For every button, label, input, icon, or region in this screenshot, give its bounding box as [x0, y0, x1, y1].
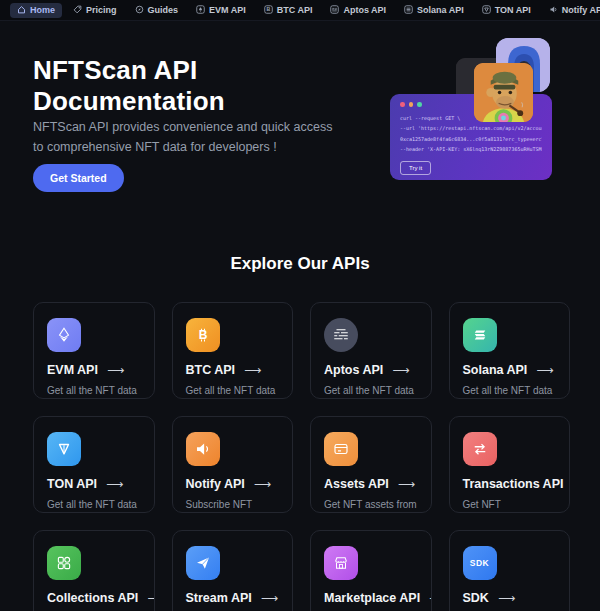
- card-assets-api[interactable]: Assets API⟶ Get NFT assets from multiple…: [310, 416, 432, 513]
- card-transactions-api[interactable]: Transactions API⟶ Get NFT transactions f…: [449, 416, 571, 513]
- card-notify-api[interactable]: Notify API⟶ Subscribe NFT activities fro…: [172, 416, 294, 513]
- nav-item-solana-api[interactable]: Solana API: [397, 3, 471, 18]
- ton-badge-icon: [482, 5, 491, 16]
- hero-subtitle: NFTScan API provides convenience and qui…: [33, 117, 332, 157]
- card-title: TON API: [47, 477, 97, 491]
- arrow-right-icon: ⟶: [398, 477, 415, 491]
- arrow-right-icon: ⟶: [244, 363, 261, 377]
- arrow-right-icon: ⟶: [107, 363, 124, 377]
- top-nav: Home Pricing Guides EVM API B BTC API Ap…: [0, 0, 600, 21]
- card-title: Transactions API: [463, 477, 564, 491]
- nav-item-label: Notify API: [562, 5, 600, 15]
- get-started-button[interactable]: Get Started: [33, 164, 124, 192]
- nav-item-pricing[interactable]: Pricing: [66, 3, 124, 18]
- card-title: Assets API: [324, 477, 389, 491]
- nav-item-aptos-api[interactable]: Aptos API: [323, 3, 393, 18]
- megaphone-icon: [186, 432, 220, 466]
- ethereum-icon: [47, 318, 81, 352]
- nav-item-label: Guides: [148, 5, 179, 15]
- code-line: --url 'https://restapi.nftscan.com/api/v…: [400, 123, 542, 134]
- card-title: Collections API: [47, 591, 138, 605]
- card-evm-api[interactable]: EVM API⟶ Get all the NFT data from EVM c…: [33, 302, 155, 399]
- sdk-icon-label: SDK: [470, 558, 489, 568]
- card-title: Aptos API: [324, 363, 383, 377]
- card-btc-api[interactable]: B BTC API⟶ Get all the NFT data from the…: [172, 302, 294, 399]
- card-aptos-api[interactable]: Aptos API⟶ Get all the NFT data from the…: [310, 302, 432, 399]
- arrow-right-icon: ⟶: [106, 477, 123, 491]
- wallet-icon: [324, 432, 358, 466]
- arrow-right-icon: ⟶: [498, 591, 515, 605]
- window-dot-orange: [409, 102, 414, 107]
- paper-plane-icon: [186, 546, 220, 580]
- card-title: Solana API: [463, 363, 528, 377]
- arrow-right-icon: ⟶: [392, 363, 409, 377]
- megaphone-icon: [549, 5, 558, 16]
- window-dot-green: [417, 102, 422, 107]
- hero-section: NFTScan API Documentation NFTScan API pr…: [0, 21, 600, 206]
- nav-item-label: TON API: [495, 5, 531, 15]
- nft-image-bored-ape: [474, 63, 533, 122]
- page-title: NFTScan API Documentation: [33, 55, 225, 116]
- aptos-icon: [324, 318, 358, 352]
- card-title: Notify API: [186, 477, 245, 491]
- nav-item-guides[interactable]: Guides: [128, 3, 186, 18]
- arrow-right-icon: ⟶: [261, 591, 278, 605]
- nav-item-ton-api[interactable]: TON API: [475, 3, 538, 18]
- card-title: SDK: [463, 591, 489, 605]
- card-sdk[interactable]: SDK SDK⟶ Quick access to NFT data with S…: [449, 530, 571, 611]
- card-description: Get all the NFT data from the Solana blo…: [463, 383, 557, 399]
- nav-item-notify-api[interactable]: Notify API: [542, 3, 600, 18]
- nav-item-home[interactable]: Home: [10, 3, 62, 18]
- card-description: Get all the NFT data from the Bitcoin bl…: [186, 383, 280, 399]
- nav-item-label: Home: [30, 5, 55, 15]
- svg-text:B: B: [266, 6, 270, 12]
- arrow-right-icon: ⟶: [429, 591, 431, 605]
- card-solana-api[interactable]: Solana API⟶ Get all the NFT data from th…: [449, 302, 571, 399]
- squares-icon: [47, 546, 81, 580]
- nav-item-label: Pricing: [86, 5, 117, 15]
- card-ton-api[interactable]: TON API⟶ Get all the NFT data from the T…: [33, 416, 155, 513]
- nav-item-label: Solana API: [417, 5, 464, 15]
- explore-heading: Explore Our APIs: [0, 254, 600, 274]
- nav-item-label: BTC API: [277, 5, 313, 15]
- sdk-icon: SDK: [463, 546, 497, 580]
- arrow-right-icon: ⟶: [536, 363, 553, 377]
- card-title: Marketplace API: [324, 591, 420, 605]
- card-marketplace-api[interactable]: Marketplace API⟶ Get marketplace pending…: [310, 530, 432, 611]
- transfer-icon: [463, 432, 497, 466]
- card-description: Get all the NFT data from the Aptos bloc…: [324, 383, 418, 399]
- arrow-right-icon: ⟶: [254, 477, 271, 491]
- nav-item-label: EVM API: [209, 5, 246, 15]
- card-title: EVM API: [47, 363, 98, 377]
- svg-text:B: B: [198, 328, 207, 342]
- storefront-icon: [324, 546, 358, 580]
- card-description: Subscribe NFT activities from EVM chains…: [186, 497, 280, 513]
- code-line: --header 'X-API-KEY: sX6lnq13rN2Z9887365…: [400, 144, 542, 155]
- card-stream-api[interactable]: Stream API⟶ Subscribe NFT activities fro…: [172, 530, 294, 611]
- arrow-right-icon: ⟶: [147, 591, 154, 605]
- api-card-grid: EVM API⟶ Get all the NFT data from EVM c…: [33, 302, 570, 611]
- card-title: BTC API: [186, 363, 236, 377]
- card-title: Stream API: [186, 591, 252, 605]
- bitcoin-badge-icon: B: [264, 5, 273, 16]
- card-description: Get NFT assets from multiple chains.: [324, 497, 418, 513]
- aptos-badge-icon: [330, 5, 339, 16]
- compass-icon: [135, 5, 144, 16]
- code-line: 0xca1257ade8f4fa6c6834...c0f5a8131?erc_t…: [400, 134, 542, 145]
- card-description: Get all the NFT data from EVM chains.: [47, 383, 141, 399]
- window-dot-red: [400, 102, 405, 107]
- nav-item-evm-api[interactable]: EVM API: [189, 3, 253, 18]
- home-icon: [17, 5, 26, 16]
- solana-icon: [463, 318, 497, 352]
- bitcoin-icon: B: [186, 318, 220, 352]
- solana-badge-icon: [404, 5, 413, 16]
- ethereum-badge-icon: [196, 5, 205, 16]
- try-it-button[interactable]: Try it: [400, 161, 431, 175]
- card-collections-api[interactable]: Collections API⟶ Get NFT collections fro…: [33, 530, 155, 611]
- ton-icon: [47, 432, 81, 466]
- tag-icon: [73, 5, 82, 16]
- nav-item-label: Aptos API: [343, 5, 386, 15]
- card-description: Get all the NFT data from the TON blockc…: [47, 497, 141, 513]
- nav-item-btc-api[interactable]: B BTC API: [257, 3, 320, 18]
- card-description: Get NFT transactions from multiple chain…: [463, 497, 557, 513]
